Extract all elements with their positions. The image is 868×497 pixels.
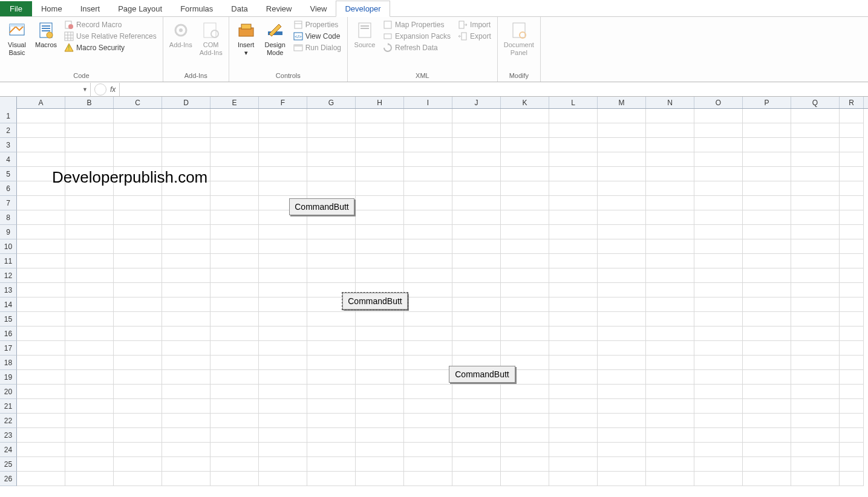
cell[interactable] [598,210,646,225]
cell[interactable] [307,123,356,138]
cell[interactable] [17,283,65,297]
cell[interactable] [549,385,598,399]
cell[interactable] [646,457,694,472]
cell[interactable] [791,138,840,152]
cell[interactable] [17,385,65,399]
cell[interactable] [162,239,210,254]
cell[interactable] [791,283,840,297]
cell[interactable] [356,225,404,239]
cell[interactable] [307,225,356,239]
properties-button[interactable]: Properties [291,19,344,30]
cell[interactable] [598,196,646,210]
cell[interactable] [646,239,694,254]
cell[interactable] [501,109,549,123]
cell[interactable] [549,210,598,225]
cell[interactable] [210,312,259,326]
cell[interactable] [452,414,501,428]
cell[interactable] [646,472,694,486]
command-button-2[interactable]: CommandButt [342,293,408,310]
cell[interactable] [65,443,114,457]
cell[interactable] [356,196,404,210]
formula-input[interactable] [119,83,868,96]
cell[interactable] [210,268,259,283]
col-header[interactable]: R [840,97,864,108]
cell[interactable] [501,225,549,239]
cell[interactable] [259,326,307,341]
cell[interactable] [598,254,646,268]
cell[interactable] [840,152,864,167]
cell[interactable] [694,196,743,210]
cell[interactable] [404,385,452,399]
cell[interactable] [404,341,452,356]
cell[interactable] [743,196,791,210]
row-header[interactable]: 12 [0,268,17,283]
cell[interactable] [694,297,743,312]
cell[interactable] [356,385,404,399]
cell[interactable] [501,443,549,457]
cell[interactable] [210,428,259,443]
cell[interactable] [210,109,259,123]
cell[interactable] [210,138,259,152]
cell[interactable] [17,109,65,123]
cell[interactable] [259,123,307,138]
cell[interactable] [259,239,307,254]
cell[interactable] [598,326,646,341]
cell[interactable] [791,210,840,225]
cell[interactable] [356,254,404,268]
cell[interactable] [356,326,404,341]
row-header[interactable]: 21 [0,399,17,414]
cell[interactable] [791,123,840,138]
cell[interactable] [210,341,259,356]
cell[interactable] [840,443,864,457]
cell[interactable] [65,123,114,138]
cell[interactable] [598,239,646,254]
cell[interactable] [259,370,307,385]
refresh-data-button[interactable]: Refresh Data [380,42,453,53]
row-header[interactable]: 23 [0,428,17,443]
cell[interactable] [162,312,210,326]
cell[interactable] [743,457,791,472]
col-header[interactable]: Q [791,97,840,108]
cell[interactable] [598,312,646,326]
design-mode-button[interactable]: Design Mode [262,19,289,58]
cell[interactable] [646,370,694,385]
row-header[interactable]: 2 [0,123,17,138]
cell[interactable] [17,297,65,312]
cell[interactable] [162,414,210,428]
row-header[interactable]: 16 [0,326,17,341]
tab-file[interactable]: File [0,1,32,16]
tab-data[interactable]: Data [222,1,256,16]
cell[interactable] [840,196,864,210]
cell[interactable] [791,254,840,268]
cell[interactable] [743,181,791,196]
cell[interactable] [114,370,162,385]
cell[interactable] [598,356,646,370]
cell[interactable] [65,167,114,181]
cell[interactable] [114,443,162,457]
cell[interactable] [404,239,452,254]
record-macro-button[interactable]: Record Macro [62,19,159,30]
cell[interactable] [162,268,210,283]
cell[interactable] [162,167,210,181]
cell[interactable] [452,457,501,472]
cell[interactable] [743,268,791,283]
cell[interactable] [501,196,549,210]
cell[interactable] [549,326,598,341]
cell[interactable] [791,457,840,472]
cell[interactable] [356,370,404,385]
cell[interactable] [694,428,743,443]
cell[interactable] [549,225,598,239]
cell[interactable] [259,457,307,472]
cell[interactable] [65,239,114,254]
col-header[interactable]: P [743,97,791,108]
cell[interactable] [549,152,598,167]
cell[interactable] [646,225,694,239]
cell[interactable] [65,341,114,356]
cell[interactable] [356,399,404,414]
cell[interactable] [549,472,598,486]
cell[interactable] [840,341,864,356]
cell[interactable] [646,268,694,283]
col-header[interactable]: E [210,97,259,108]
cell[interactable] [210,457,259,472]
cell[interactable] [646,283,694,297]
